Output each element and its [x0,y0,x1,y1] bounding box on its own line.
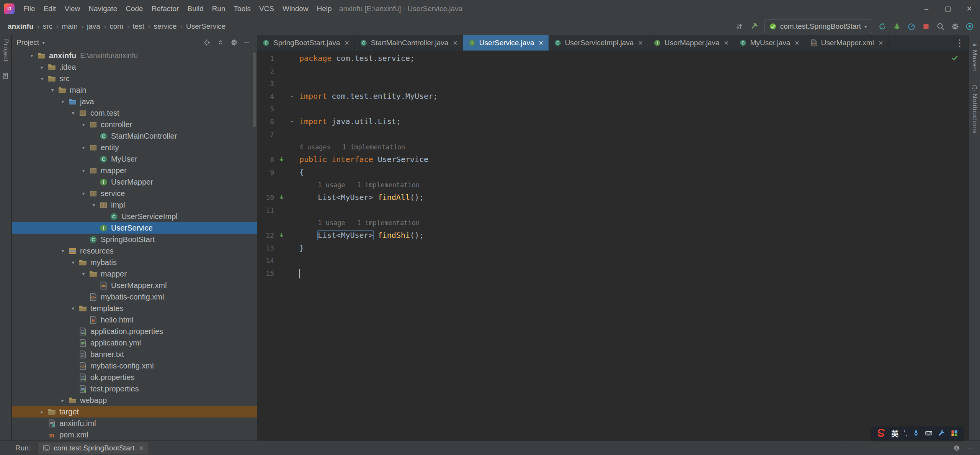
hide-panel-button[interactable]: ─ [244,39,249,47]
editor-tab[interactable]: C MyUser.java ✕ [734,35,805,51]
editor-line[interactable]: 1 usage 1 implementation [257,216,968,229]
gutter-implemented-slot[interactable] [276,254,287,267]
gutter-fold-slot[interactable] [287,77,297,90]
gutter-implemented-slot[interactable] [276,216,287,229]
tree-scrollbar[interactable] [253,52,256,127]
sort-icon[interactable] [735,22,743,31]
gutter-implemented-slot[interactable] [276,103,287,115]
editor-tab[interactable]: C SpringBootStart.java ✕ [257,35,355,51]
chevron-icon[interactable] [79,271,88,277]
menu-item[interactable]: VCS [255,0,278,18]
editor-line[interactable]: 15 [257,267,968,280]
rerun-button[interactable] [878,22,887,31]
maximize-button[interactable]: ▢ [937,0,959,18]
gutter-fold-slot[interactable] [287,204,297,216]
gutter-implemented-slot[interactable] [276,191,287,204]
tree-row[interactable]: C StartMainController [12,130,257,142]
gutter-fold-slot[interactable] [287,115,297,128]
chevron-icon[interactable] [89,202,98,208]
chevron-icon[interactable] [58,397,67,403]
editor-tab[interactable]: I UserMapper.java ✕ [648,35,734,51]
breadcrumb-item[interactable]: src [43,22,62,31]
punctuation-icon[interactable]: ’, [904,429,907,437]
run-config-select[interactable]: com.test.SpringBootStart ▾ [764,20,872,33]
menu-item[interactable]: Navigate [84,0,121,18]
gutter-implemented-slot[interactable] [276,128,287,141]
editor-line[interactable]: 7 [257,128,968,141]
tab-close-icon[interactable]: ✕ [794,39,799,47]
tree-row[interactable]: anxinfu E:\anxinfu\anxinfu [12,50,257,61]
tree-row[interactable]: C SpringBootStart [12,234,257,245]
editor-line[interactable]: 14 [257,254,968,267]
tree-row[interactable]: ok.properties [12,372,257,383]
menu-item[interactable]: Refactor [147,0,183,18]
tree-row[interactable]: impl [12,199,257,211]
editor-tab[interactable]: C StartMainController.java ✕ [355,35,463,51]
run-settings-button[interactable] [953,444,960,452]
tab-close-icon[interactable]: ✕ [452,39,457,47]
chevron-icon[interactable] [38,409,47,415]
editor-line[interactable]: 6 import java.util.List; [257,115,968,128]
gutter-implemented-slot[interactable] [276,153,287,166]
breadcrumb-item[interactable]: com [109,22,132,31]
breadcrumb-item[interactable]: UserService [186,22,225,31]
gutter-fold-slot[interactable] [287,229,297,242]
tree-row[interactable]: H hello.html [12,314,257,326]
editor-line[interactable]: 1 package com.test.service; [257,52,968,65]
tree-row[interactable]: entity [12,142,257,153]
gutter-implemented-slot[interactable] [276,204,287,216]
gutter-implemented-slot[interactable] [276,166,287,178]
tree-row[interactable]: test.properties [12,383,257,394]
project-panel-title[interactable]: Project [16,38,39,47]
toolbox-icon[interactable] [938,429,946,437]
collapse-all-button[interactable] [217,39,224,46]
tree-row[interactable]: main [12,84,257,96]
tree-row[interactable]: </> UserMapper.xml [12,280,257,291]
editor-line[interactable]: 9 { [257,166,968,178]
run-tab[interactable]: com.test.SpringBootStart ✕ [38,442,149,454]
tree-row[interactable]: com.test [12,107,257,119]
tab-options-icon[interactable]: ⋮ [955,35,964,51]
debug-button[interactable] [893,22,901,31]
chevron-icon[interactable] [79,167,88,173]
chevron-icon[interactable] [79,144,88,151]
editor-line[interactable]: 10 List<MyUser> findAll(); [257,191,968,204]
menu-item[interactable]: Edit [39,0,60,18]
gutter-fold-slot[interactable] [287,65,297,77]
editor-line[interactable]: 1 usage 1 implementation [257,178,968,191]
select-opened-file-button[interactable] [203,39,211,46]
tree-row[interactable]: application.yml [12,337,257,349]
files-icon[interactable] [2,72,10,80]
editor-line[interactable]: 12 List<MyUser> findShi(); [257,229,968,242]
chevron-icon[interactable] [58,98,67,105]
tree-row[interactable]: banner.txt [12,349,257,360]
microphone-icon[interactable] [912,429,920,437]
menu-item[interactable]: View [60,0,84,18]
gutter-fold-slot[interactable] [287,178,297,191]
tree-row[interactable]: controller [12,119,257,130]
panel-settings-button[interactable] [230,39,238,46]
chevron-icon[interactable] [27,52,36,59]
gutter-fold-slot[interactable] [287,128,297,141]
tree-row[interactable]: resources [12,245,257,257]
menu-item[interactable]: Tools [230,0,255,18]
gutter-fold-slot[interactable] [287,52,297,65]
project-stripe-button[interactable]: Project [2,39,10,62]
gutter-implemented-slot[interactable] [276,77,287,90]
tab-close-icon[interactable]: ✕ [724,39,728,47]
chevron-icon[interactable] [69,305,78,311]
code-editor[interactable]: 1 package com.test.service; 2 3 [257,51,968,441]
tree-row[interactable]: </> mybatis-config.xml [12,291,257,303]
tree-row[interactable]: mapper [12,165,257,176]
menu-item[interactable]: Run [208,0,230,18]
ime-toolbar[interactable]: 英 ’, [872,427,963,440]
tree-row[interactable]: webapp [12,394,257,406]
editor-line[interactable]: 5 [257,103,968,115]
menu-item[interactable]: File [19,0,39,18]
breadcrumb-item[interactable]: service [154,22,186,31]
profiler-button[interactable] [907,22,916,31]
tree-row[interactable]: </> mybatis-config.xml [12,360,257,372]
tree-row[interactable]: service [12,188,257,199]
chevron-down-icon[interactable]: ▾ [42,40,45,46]
gutter-implemented-slot[interactable] [276,52,287,65]
